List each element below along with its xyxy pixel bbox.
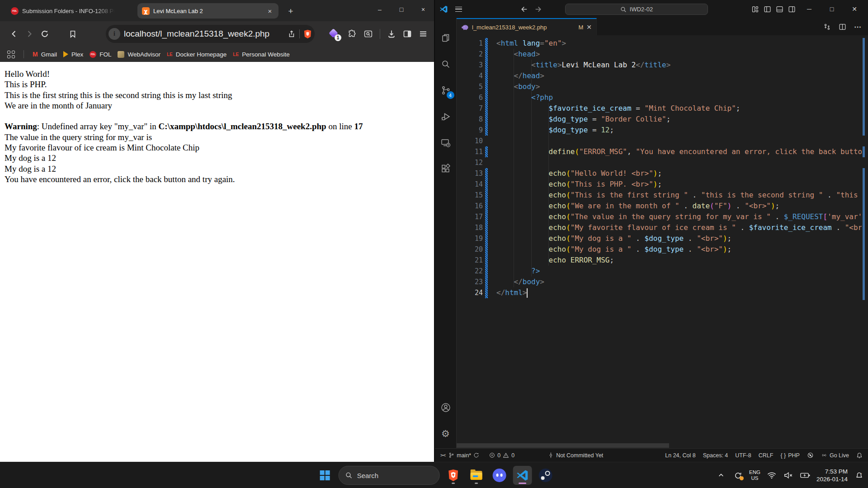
- vscode-maximize-button[interactable]: □: [823, 0, 841, 18]
- problems-item[interactable]: 0 0: [489, 452, 514, 459]
- taskbar-steam-icon[interactable]: [536, 466, 555, 485]
- code-line-16[interactable]: 16 echo("We are in the month of " . date…: [457, 201, 868, 211]
- git-branch-item[interactable]: main*: [448, 452, 479, 459]
- taskbar-search[interactable]: Search: [339, 466, 440, 485]
- taskbar-explorer-icon[interactable]: [467, 466, 486, 485]
- code-line-10[interactable]: 10: [457, 136, 868, 146]
- code-line-14[interactable]: 14 echo("This is PHP. <br>");: [457, 179, 868, 190]
- browser-menu-icon[interactable]: [419, 29, 428, 38]
- bookmark-fol[interactable]: FOLFOL: [90, 51, 111, 58]
- apps-grid-icon[interactable]: [7, 51, 15, 58]
- notification-dnd-bell-icon[interactable]: z: [854, 472, 864, 479]
- toggle-panel-icon[interactable]: [776, 5, 783, 13]
- maximize-button[interactable]: □: [391, 0, 412, 19]
- compare-changes-icon[interactable]: [823, 23, 831, 31]
- go-forward-icon[interactable]: [535, 5, 542, 13]
- eol-item[interactable]: CRLF: [759, 452, 774, 459]
- code-line-5[interactable]: 5 <body>: [457, 81, 868, 92]
- new-tab-button[interactable]: +: [285, 5, 297, 17]
- vscode-minimize-button[interactable]: ─: [800, 0, 818, 18]
- code-line-6[interactable]: 6 <?php: [457, 92, 868, 103]
- window-search-icon[interactable]: [363, 29, 373, 39]
- remote-indicator-icon[interactable]: ><: [440, 452, 445, 458]
- back-button[interactable]: [6, 26, 22, 42]
- taskbar-brave-icon[interactable]: [444, 466, 463, 485]
- split-editor-icon[interactable]: [839, 23, 846, 31]
- search-sidebar-icon[interactable]: [440, 59, 451, 70]
- code-editor[interactable]: 1<html lang="en">2 <head>3 <title>Levi M…: [457, 35, 868, 448]
- bookmark-docker-homepage[interactable]: LEDocker Homepage: [167, 51, 226, 58]
- settings-gear-icon[interactable]: ⚙: [441, 428, 450, 439]
- extension-status-icon[interactable]: [807, 452, 814, 459]
- source-control-icon[interactable]: 4: [440, 85, 451, 96]
- code-line-9[interactable]: 9 $dog_type = 12;: [457, 125, 868, 136]
- downloads-icon[interactable]: [387, 29, 396, 38]
- brave-shields-icon[interactable]: [303, 29, 312, 39]
- volume-muted-icon[interactable]: [783, 472, 794, 479]
- close-button[interactable]: ×: [412, 0, 434, 19]
- code-line-8[interactable]: 8 $dog_type = "Border Collie";: [457, 114, 868, 125]
- line-col-item[interactable]: Ln 24, Col 8: [665, 452, 695, 459]
- bookmark-gmail[interactable]: MGmail: [33, 51, 57, 58]
- code-line-17[interactable]: 17 echo("The value in the query string f…: [457, 211, 868, 222]
- url-text[interactable]: localhost/l_mclean215318_week2.php: [124, 29, 284, 39]
- go-live-item[interactable]: Go Live: [821, 452, 849, 459]
- minimize-button[interactable]: –: [369, 0, 391, 19]
- code-line-13[interactable]: 13 echo("Hello World! <br>");: [457, 168, 868, 179]
- vscode-menu-icon[interactable]: [455, 7, 462, 12]
- sidebar-toggle-icon[interactable]: [403, 29, 412, 38]
- tab-close-icon[interactable]: ×: [266, 7, 274, 15]
- code-line-4[interactable]: 4 </head>: [457, 70, 868, 81]
- code-line-2[interactable]: 2 <head>: [457, 49, 868, 60]
- extensions-icon[interactable]: [440, 164, 451, 174]
- code-line-20[interactable]: 20 echo("My dog is a " . $dog_type . "<b…: [457, 244, 868, 255]
- address-bar[interactable]: i localhost/l_mclean215318_week2.php: [106, 25, 315, 43]
- clock[interactable]: 7:53 PM 2026-01-14: [816, 468, 848, 483]
- bookmark-plex[interactable]: Plex: [63, 51, 83, 58]
- notifications-bell-icon[interactable]: [856, 452, 863, 459]
- accounts-icon[interactable]: [440, 402, 451, 413]
- share-icon[interactable]: [288, 30, 296, 38]
- code-line-11[interactable]: 11 define("ERROR_MSG", "You have encount…: [457, 146, 868, 157]
- editor-scrollbar[interactable]: [862, 35, 868, 448]
- code-line-3[interactable]: 3 <title>Levi McLean Lab 2</title>: [457, 60, 868, 70]
- command-center-search[interactable]: IWD2-02: [565, 4, 708, 15]
- run-debug-icon[interactable]: [440, 111, 451, 122]
- bookmark-webadvisor[interactable]: WebAdvisor: [118, 51, 160, 58]
- sync-update-icon[interactable]: [732, 471, 743, 480]
- bookmark-this-icon[interactable]: [65, 26, 80, 42]
- code-line-12[interactable]: 12: [457, 157, 868, 168]
- browser-tab-active[interactable]: χ Levi McLean Lab 2 ×: [137, 3, 278, 19]
- toggle-secondary-sidebar-icon[interactable]: [788, 5, 796, 13]
- code-line-1[interactable]: 1<html lang="en">: [457, 38, 868, 49]
- browser-tab-submission-folders[interactable]: FOL Submission Folders - INFO-1208 PHP: [6, 3, 119, 19]
- site-info-icon[interactable]: i: [108, 28, 120, 40]
- horizontal-scrollbar[interactable]: [457, 443, 862, 448]
- toggle-sidebar-icon[interactable]: [764, 5, 771, 13]
- indentation-item[interactable]: Spaces: 4: [703, 452, 728, 459]
- forward-button[interactable]: [22, 26, 37, 42]
- customize-layout-icon[interactable]: [751, 5, 759, 13]
- bookmark-personal-website[interactable]: LEPersonal Website: [233, 51, 289, 58]
- leo-ai-icon[interactable]: 1: [327, 28, 340, 40]
- reload-button[interactable]: [37, 26, 52, 42]
- vscode-close-button[interactable]: ✕: [845, 0, 863, 18]
- taskbar-vscode-icon[interactable]: [513, 466, 532, 485]
- taskbar-discord-icon[interactable]: [490, 466, 509, 485]
- code-line-18[interactable]: 18 echo("My favorite flavour of ice crea…: [457, 222, 868, 233]
- code-line-24[interactable]: 24</html>: [457, 287, 868, 298]
- language-indicator[interactable]: ENGUS: [749, 469, 760, 481]
- code-line-22[interactable]: 22 ?>: [457, 266, 868, 277]
- encoding-item[interactable]: UTF-8: [735, 452, 751, 459]
- tray-chevron-icon[interactable]: [716, 472, 726, 479]
- code-line-19[interactable]: 19 echo("My dog is a " . $dog_type . "<b…: [457, 233, 868, 244]
- editor-tab-active[interactable]: l_mclean215318_week2.php M ✕: [457, 18, 597, 35]
- battery-charging-icon[interactable]: [800, 472, 811, 479]
- code-line-21[interactable]: 21 echo ERROR_MSG;: [457, 255, 868, 266]
- explorer-icon[interactable]: [440, 33, 451, 43]
- go-back-icon[interactable]: [520, 5, 528, 13]
- commit-status-item[interactable]: Not Committed Yet: [548, 452, 603, 459]
- more-actions-icon[interactable]: ⋯: [854, 23, 862, 31]
- code-line-23[interactable]: 23 </body>: [457, 277, 868, 287]
- tab-close-icon[interactable]: ✕: [586, 23, 592, 31]
